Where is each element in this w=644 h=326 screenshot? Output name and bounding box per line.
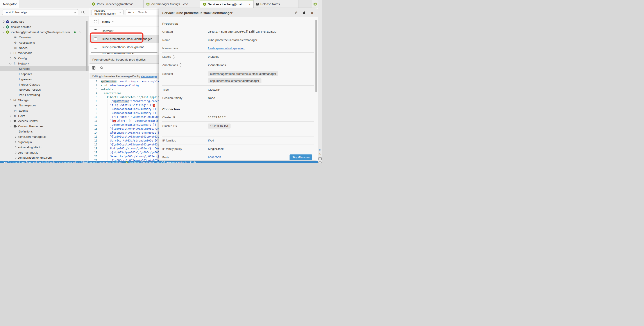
- sidebar-item-acme-cert-manager-io[interactable]: acme.cert-manager.io: [0, 134, 89, 140]
- line-number: 8: [90, 107, 98, 111]
- sidebar-scrollbar[interactable]: [86, 21, 88, 71]
- chevron-right-icon[interactable]: [10, 120, 12, 122]
- kubernetes-icon: ☸: [203, 3, 206, 6]
- match-case-icon[interactable]: Aa: [128, 11, 132, 14]
- tab-services-icecheng-math[interactable]: ☸Services - icecheng@math...×: [200, 0, 254, 8]
- sort-asc-icon[interactable]: [112, 21, 114, 23]
- sidebar-item-overview[interactable]: ⊞Overview: [0, 35, 89, 40]
- chevron-right-icon[interactable]: [10, 57, 12, 60]
- navigator-title: Navigator: [3, 2, 17, 6]
- sidebar-item-nodes[interactable]: ▥Nodes: [0, 45, 89, 50]
- namespaces-icon: ◈: [14, 104, 17, 107]
- row-label: IP family policy: [162, 147, 208, 150]
- name-column-header[interactable]: Name: [102, 20, 110, 23]
- alertmanager-config-link[interactable]: alertmanager: [141, 75, 157, 78]
- line-number: 11: [90, 119, 98, 123]
- line-number: 20: [90, 154, 98, 158]
- sidebar-item-ingresses[interactable]: Ingresses: [0, 76, 89, 82]
- puzzle-icon: [13, 125, 16, 128]
- code-text: .CommonAnnotations.summary }}: [101, 107, 156, 111]
- chevron-right-icon[interactable]: [10, 52, 12, 54]
- chevron-right-icon[interactable]: [14, 151, 16, 154]
- chevron-down-icon[interactable]: [10, 125, 12, 127]
- row-checkbox[interactable]: [94, 30, 97, 32]
- row-checkbox[interactable]: [94, 46, 97, 48]
- close-tab-icon[interactable]: ×: [248, 2, 251, 6]
- expand-toggle-icon[interactable]: [180, 64, 181, 67]
- code-line: 16 Service:\u003c/strong\u003e {{ .: [90, 139, 159, 142]
- chevron-right-icon[interactable]: [14, 136, 16, 138]
- code-text: }}\u003c/p\u003e\n\u003cp\u003e: [101, 158, 159, 161]
- port-action-button-stop-remove[interactable]: Stop/Remove: [290, 154, 312, 160]
- regex-icon[interactable]: ▪*: [133, 11, 136, 14]
- chevron-right-icon[interactable]: [14, 157, 16, 159]
- save-icon[interactable]: [92, 66, 96, 70]
- sidebar-item-services[interactable]: Services: [0, 66, 89, 72]
- value-badge: 10.233.16.151: [208, 124, 230, 128]
- sidebar-item-cert-manager-io[interactable]: cert-manager.io: [0, 150, 89, 155]
- close-drawer-icon[interactable]: ×: [311, 11, 314, 15]
- horizontal-scrollbar[interactable]: [91, 52, 158, 53]
- port-link[interactable]: 9093/TCP: [208, 156, 221, 159]
- sidebar-item-namespaces[interactable]: ◈Namespaces: [0, 103, 89, 108]
- sidebar-item-events[interactable]: ◷Events: [0, 108, 89, 113]
- sidebar-item-port-forwarding[interactable]: Port Forwarding: [0, 92, 89, 98]
- sidebar-item-network-policies[interactable]: Network Policies: [0, 87, 89, 92]
- sidebar-item-icecheng-mathmast-com-freeleaps-cluster[interactable]: ☸icecheng@mathmast.com@freeleaps-cluster: [0, 30, 89, 35]
- row-checkbox[interactable]: [94, 38, 97, 40]
- kubeconfig-select[interactable]: Local Kubeconfigs: [2, 9, 78, 15]
- sidebar-item-demo-k8s[interactable]: ☸demo-k8s: [0, 19, 89, 24]
- sidebar-item-argoproj-io[interactable]: argoproj.io: [0, 139, 89, 144]
- row-label: Type: [162, 88, 208, 91]
- edge-close-icon: ×: [319, 148, 321, 152]
- sidebar-item-definitions[interactable]: Definitions: [0, 129, 89, 134]
- sidebar-item-workloads[interactable]: ❒Workloads: [0, 50, 89, 56]
- yaml-editor[interactable]: 1apiVersion: monitoring.coreos.com/v1alp…: [90, 80, 159, 161]
- chevron-down-icon: [74, 11, 76, 13]
- code-line: 9 .CommonAnnotations.summary }}: [90, 111, 159, 115]
- chevron-right-icon[interactable]: [2, 20, 4, 23]
- sidebar-item-endpoints[interactable]: Endpoints: [0, 71, 89, 76]
- table-row-cadvisor[interactable]: cadvisor: [90, 27, 159, 35]
- sidebar-item-config[interactable]: ⚙Config: [0, 56, 89, 61]
- chevron-down-icon[interactable]: [2, 31, 4, 33]
- tab-partial[interactable]: ☸: [312, 0, 318, 8]
- tab-label: Pods - icecheng@mathmas...: [97, 2, 136, 6]
- tab-alertmanager-configs-icec[interactable]: ☸Alertmanager Configs - icec...: [144, 0, 200, 8]
- delete-service-icon[interactable]: [303, 11, 306, 14]
- sidebar-item-network[interactable]: ⇅Network: [0, 61, 89, 66]
- sidebar-item-autoscaling-k8s-io[interactable]: autoscaling.k8s.io: [0, 144, 89, 150]
- sidebar-item-helm[interactable]: ☸Helm: [0, 113, 89, 118]
- chevron-right-icon[interactable]: [10, 115, 12, 117]
- tab-pods-icecheng-mathmas[interactable]: ☸Pods - icecheng@mathmas...: [89, 0, 144, 8]
- sidebar-item-access-control[interactable]: Access Control: [0, 118, 89, 124]
- sidebar-item-ingress-classes[interactable]: Ingress Classes: [0, 82, 89, 87]
- chevron-right-icon[interactable]: [10, 99, 12, 101]
- select-all-checkbox[interactable]: [94, 20, 97, 23]
- table-row-kube-prometheus-stack-grafana[interactable]: kube-prometheus-stack-grafana: [90, 43, 159, 51]
- chevron-right-icon[interactable]: [14, 146, 16, 148]
- editor-search-icon[interactable]: [100, 66, 103, 70]
- search-box[interactable]: Aa ▪*: [126, 9, 159, 15]
- sidebar-item-applications[interactable]: ❖Applications: [0, 40, 89, 45]
- sidebar-item-configuration-konghq-com[interactable]: configuration.konghq.com: [0, 155, 89, 160]
- edit-icon[interactable]: ✎: [140, 58, 143, 62]
- code-text: if eq .Status \"firing\" }}🚨: [101, 103, 155, 107]
- sidebar-item-docker-desktop[interactable]: ☸docker-desktop: [0, 24, 89, 30]
- chevron-down-icon[interactable]: [10, 62, 12, 64]
- search-icon[interactable]: [81, 10, 85, 14]
- chevron-right-icon[interactable]: [14, 141, 16, 143]
- drawer-scrollbar[interactable]: [316, 20, 317, 92]
- sidebar-item-storage[interactable]: ⛁Storage: [0, 98, 89, 103]
- sidebar-item-custom-resources[interactable]: Custom Resources: [0, 124, 89, 129]
- search-input[interactable]: [138, 10, 159, 14]
- tab-release-notes[interactable]: Release Notes: [254, 0, 299, 8]
- chevron-right-icon[interactable]: [78, 31, 80, 33]
- edit-service-icon[interactable]: ✎: [294, 11, 298, 15]
- namespace-select[interactable]: freeleaps-monitoring-system: [91, 9, 124, 15]
- table-row-kube-prometheus-stack-alertmanager[interactable]: kube-prometheus-stack-alertmanager: [90, 35, 159, 43]
- cluster-status[interactable]: ☸ icecheng@mathmast.com@freeleaps-cluste…: [126, 161, 196, 163]
- chevron-right-icon[interactable]: [2, 26, 4, 28]
- namespace-link[interactable]: freeleaps-monitoring-system: [208, 47, 245, 50]
- expand-toggle-icon[interactable]: [173, 55, 174, 58]
